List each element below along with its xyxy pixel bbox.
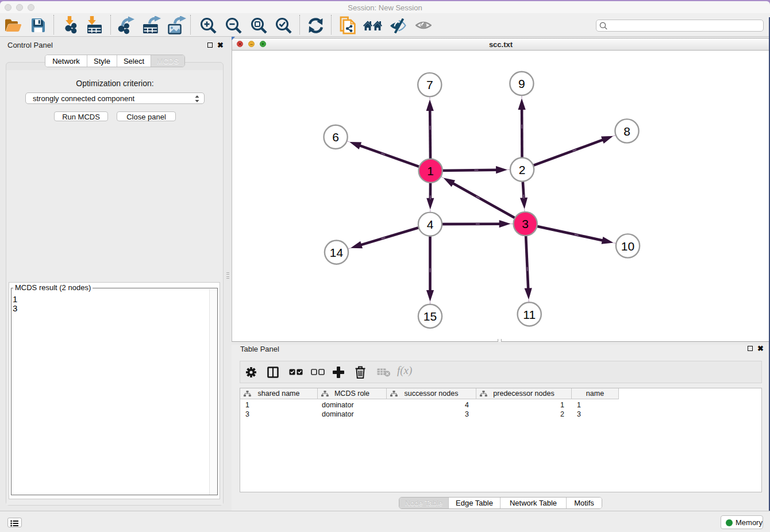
svg-text:11: 11 (523, 308, 536, 321)
svg-text:14: 14 (330, 246, 344, 259)
svg-text:4: 4 (427, 218, 434, 231)
svg-text:9: 9 (518, 77, 525, 90)
svg-text:8: 8 (623, 125, 630, 138)
svg-text:3: 3 (522, 217, 529, 230)
svg-text:10: 10 (621, 240, 634, 253)
svg-text:2: 2 (519, 163, 526, 176)
svg-text:6: 6 (332, 130, 339, 144)
svg-text:1: 1 (427, 164, 434, 178)
svg-text:7: 7 (426, 78, 433, 91)
svg-text:15: 15 (424, 310, 437, 323)
